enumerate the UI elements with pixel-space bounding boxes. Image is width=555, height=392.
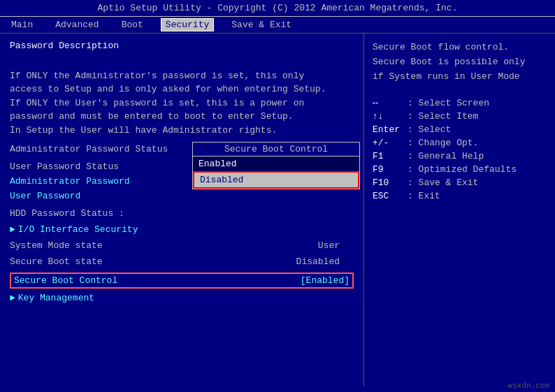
- hdd-password-label: HDD Password Status :: [10, 208, 124, 219]
- desc-line-5: password and must be entered to boot to …: [10, 111, 294, 122]
- desc-line-1: [10, 57, 15, 67]
- title-text: Aptio Setup Utility - Copyright (C) 2012…: [98, 3, 458, 13]
- dropdown-title: Secure Boot Control: [193, 143, 359, 157]
- secure-boot-control-row[interactable]: Secure Boot Control [Enabled]: [10, 273, 354, 289]
- secure-boot-state-label: Secure Boot state: [10, 256, 103, 267]
- help-line-2: Secure Boot is possible only: [373, 57, 525, 67]
- key-help-row-4: F1 : General Help: [373, 151, 547, 161]
- system-mode-row: System Mode state User: [10, 240, 354, 251]
- key-desc-6: : Save & Exit: [408, 177, 478, 188]
- watermark: wsxdn.com: [503, 379, 555, 392]
- secure-boot-state-row: Secure Boot state Disabled: [10, 256, 354, 267]
- help-line-1: Secure Boot flow control.: [373, 42, 509, 52]
- key-desc-0: : Select Screen: [408, 98, 489, 108]
- key-help-section: ↔ : Select Screen ↑↓ : Select Item Enter…: [373, 98, 547, 201]
- key-management-label: Key Management: [18, 293, 94, 303]
- key-desc-3: : Change Opt.: [408, 138, 478, 148]
- key-help-row-3: +/- : Change Opt.: [373, 138, 547, 148]
- secure-boot-control-dropdown[interactable]: Secure Boot Control Enabled Disabled: [192, 142, 360, 189]
- io-arrow-icon: ►: [10, 224, 15, 235]
- key-help-row-2: Enter : Select: [373, 124, 547, 135]
- menu-security[interactable]: Security: [161, 19, 213, 31]
- menu-save-exit[interactable]: Save & Exit: [227, 19, 296, 31]
- password-description-section: Password Description If ONLY the Adminis…: [10, 41, 354, 137]
- left-panel: Password Description If ONLY the Adminis…: [0, 34, 363, 386]
- menu-advanced[interactable]: Advanced: [51, 19, 103, 31]
- key-code-3: +/-: [373, 138, 408, 148]
- desc-line-3: access to Setup and is only asked for wh…: [10, 84, 326, 94]
- key-desc-4: : General Help: [408, 151, 484, 161]
- desc-line-2: If ONLY the Administrator's password is …: [10, 71, 304, 81]
- key-code-0: ↔: [373, 98, 408, 108]
- title-bar: Aptio Setup Utility - Copyright (C) 2012…: [0, 0, 555, 17]
- user-password-link[interactable]: User Password: [10, 191, 354, 201]
- menu-boot[interactable]: Boot: [117, 19, 147, 31]
- key-help-row-5: F9 : Optimized Defaults: [373, 164, 547, 175]
- key-help-row-1: ↑↓ : Select Item: [373, 111, 547, 122]
- io-interface-security-item[interactable]: ► I/O Interface Security: [10, 224, 354, 235]
- key-code-7: ESC: [373, 191, 408, 201]
- right-panel: Secure Boot flow control. Secure Boot is…: [363, 34, 555, 386]
- menu-main[interactable]: Main: [7, 19, 37, 31]
- desc-line-6: In Setup the User will have Administrato…: [10, 125, 277, 136]
- key-mgmt-arrow-icon: ►: [10, 293, 15, 303]
- key-help-row-7: ESC : Exit: [373, 191, 547, 201]
- admin-password-status-label: Administrator Password Status: [10, 144, 168, 154]
- key-desc-7: : Exit: [408, 191, 440, 201]
- io-interface-security-label: I/O Interface Security: [18, 224, 138, 235]
- help-text: Secure Boot flow control. Secure Boot is…: [373, 41, 547, 84]
- key-management-item[interactable]: ► Key Management: [10, 293, 354, 303]
- menu-bar: Main Advanced Boot Security Save & Exit: [0, 17, 555, 34]
- key-code-2: Enter: [373, 124, 408, 135]
- dropdown-option-disabled[interactable]: Disabled: [193, 171, 359, 189]
- main-layout: Password Description If ONLY the Adminis…: [0, 34, 555, 386]
- secure-boot-control-value: [Enabled]: [301, 275, 349, 286]
- key-desc-1: : Select Item: [408, 111, 478, 122]
- dropdown-option-enabled[interactable]: Enabled: [193, 157, 359, 171]
- description-text: If ONLY the Administrator's password is …: [10, 55, 354, 137]
- user-password-status-label: User Password Status: [10, 161, 119, 172]
- key-code-6: F10: [373, 177, 408, 188]
- key-help-row-6: F10 : Save & Exit: [373, 177, 547, 188]
- hdd-password-row: HDD Password Status :: [10, 208, 354, 219]
- key-code-1: ↑↓: [373, 111, 408, 122]
- watermark-text: wsxdn.com: [508, 382, 549, 390]
- help-line-3: if System runs in User Mode: [373, 71, 520, 82]
- key-code-5: F9: [373, 164, 408, 175]
- key-code-4: F1: [373, 151, 408, 161]
- secure-boot-state-value: Disabled: [296, 256, 340, 267]
- desc-line-4: If ONLY the User's password is set, this…: [10, 98, 304, 108]
- system-mode-value: User: [318, 240, 340, 251]
- key-help-row-0: ↔ : Select Screen: [373, 98, 547, 108]
- key-desc-5: : Optimized Defaults: [408, 164, 517, 175]
- system-mode-label: System Mode state: [10, 240, 103, 251]
- key-desc-2: : Select: [408, 124, 451, 135]
- password-description-heading: Password Description: [10, 41, 354, 51]
- secure-boot-control-label: Secure Boot Control: [14, 275, 117, 286]
